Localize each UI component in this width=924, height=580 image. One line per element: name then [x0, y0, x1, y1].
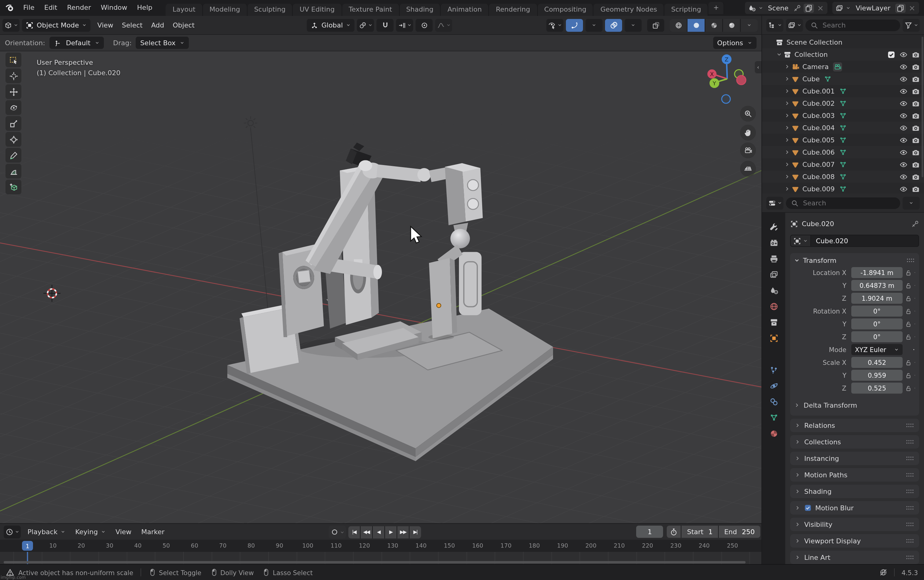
- hide-eye-icon[interactable]: [899, 160, 908, 168]
- timeline-scrollbar[interactable]: [4, 561, 746, 564]
- outliner-row[interactable]: Cube.007: [762, 158, 924, 171]
- disable-render-icon[interactable]: [912, 173, 920, 181]
- timeline-menu-item[interactable]: Playback: [23, 528, 70, 536]
- properties-search[interactable]: [786, 197, 900, 209]
- hide-eye-icon[interactable]: [899, 87, 908, 95]
- breadcrumb-object-name[interactable]: Cube.020: [802, 220, 834, 227]
- current-frame-field[interactable]: 1: [636, 526, 663, 538]
- disable-render-icon[interactable]: [912, 75, 920, 83]
- disclosure-icon[interactable]: [784, 88, 790, 94]
- value-field[interactable]: 0.959: [851, 370, 903, 381]
- transport-button[interactable]: |◀: [348, 526, 360, 538]
- properties-editor-type-button[interactable]: [766, 196, 784, 209]
- viewport-menu-item[interactable]: Select: [118, 21, 147, 29]
- shading-dropdown[interactable]: [741, 19, 758, 31]
- transport-button[interactable]: ◀◀: [361, 526, 372, 538]
- animate-dot-icon[interactable]: [914, 385, 916, 391]
- properties-tab[interactable]: [762, 299, 785, 313]
- value-field[interactable]: 0°: [851, 306, 903, 316]
- outliner-row[interactable]: Cube.002: [762, 97, 924, 109]
- workspace-tab[interactable]: Shading: [399, 4, 441, 16]
- visibility-dropdown[interactable]: [546, 19, 563, 31]
- panel-grip-icon[interactable]: [905, 521, 915, 527]
- animate-dot-icon[interactable]: [914, 282, 916, 288]
- value-field[interactable]: 0.525: [851, 382, 903, 394]
- collapsed-panel[interactable]: Visibility: [790, 517, 919, 531]
- value-field[interactable]: 1.9024 m: [851, 293, 903, 304]
- properties-tab[interactable]: [762, 331, 785, 345]
- panel-grip-icon[interactable]: [905, 439, 915, 445]
- snap-toggle[interactable]: [376, 19, 394, 31]
- properties-tab[interactable]: [762, 283, 785, 298]
- timeline-menu-item[interactable]: Marker: [137, 528, 169, 536]
- hide-eye-icon[interactable]: [899, 136, 908, 144]
- pivot-point-dropdown[interactable]: [357, 19, 374, 31]
- value-field[interactable]: 0.452: [851, 357, 903, 368]
- animate-dot-icon[interactable]: [914, 295, 916, 301]
- tool-button[interactable]: [5, 100, 21, 115]
- exclude-checkbox[interactable]: [887, 50, 895, 58]
- gizmos-toggle[interactable]: [566, 19, 583, 31]
- properties-tab[interactable]: [762, 315, 785, 330]
- outliner-row[interactable]: Scene Collection: [762, 36, 924, 48]
- snap-settings-dropdown[interactable]: [396, 19, 413, 31]
- outliner-scrollbar[interactable]: [922, 37, 923, 177]
- overlays-toggle[interactable]: [605, 19, 622, 31]
- shading-material-button[interactable]: [705, 19, 722, 31]
- shading-rendered-button[interactable]: [723, 19, 740, 31]
- panel-checkbox[interactable]: [804, 504, 812, 512]
- lock-icon[interactable]: [905, 308, 912, 315]
- pan-button[interactable]: [740, 125, 756, 140]
- tool-button[interactable]: [5, 132, 21, 147]
- new-scene-button[interactable]: [804, 3, 814, 13]
- workspace-tab[interactable]: Rendering: [489, 4, 537, 16]
- hide-eye-icon[interactable]: [899, 185, 908, 193]
- orientation-dropdown[interactable]: Default: [49, 37, 104, 49]
- viewport-menu-item[interactable]: Object: [168, 21, 199, 29]
- lock-icon[interactable]: [905, 321, 912, 327]
- add-workspace-button[interactable]: +: [708, 2, 724, 14]
- disable-render-icon[interactable]: [912, 148, 920, 156]
- collapsed-panel[interactable]: Shading: [790, 484, 919, 498]
- menu-item[interactable]: Edit: [40, 0, 63, 16]
- outliner-filter-button[interactable]: [903, 19, 920, 31]
- hide-eye-icon[interactable]: [899, 112, 908, 119]
- properties-tab[interactable]: [762, 410, 785, 425]
- navigation-gizmo[interactable]: Z X Y: [707, 53, 759, 105]
- animate-dot-icon[interactable]: [914, 334, 916, 340]
- value-field[interactable]: 0.64873 m: [851, 280, 903, 291]
- disable-render-icon[interactable]: [912, 99, 920, 107]
- viewport-menu-item[interactable]: Add: [147, 21, 169, 29]
- sidebar-collapse-arrow[interactable]: ‹: [755, 61, 761, 73]
- shading-wireframe-button[interactable]: [670, 19, 687, 31]
- disable-render-icon[interactable]: [912, 87, 920, 95]
- menu-item[interactable]: Help: [132, 0, 157, 16]
- disclosure-icon[interactable]: [784, 161, 790, 168]
- animate-dot-icon[interactable]: [914, 372, 916, 378]
- disclosure-icon[interactable]: [784, 149, 790, 155]
- disclosure-icon[interactable]: [784, 112, 790, 119]
- object-id-dropdown[interactable]: [790, 235, 810, 247]
- lock-icon[interactable]: [905, 372, 912, 379]
- outliner-row[interactable]: Camera: [762, 61, 924, 73]
- outliner-row[interactable]: Cube.001: [762, 85, 924, 97]
- pin-icon[interactable]: [911, 220, 919, 227]
- viewport-menu-item[interactable]: View: [93, 21, 118, 29]
- disclosure-icon[interactable]: [784, 137, 790, 143]
- network-offline-icon[interactable]: [880, 568, 888, 576]
- proportional-editing-toggle[interactable]: [415, 19, 433, 31]
- menu-item[interactable]: File: [18, 0, 40, 16]
- properties-tab[interactable]: [762, 251, 785, 266]
- tool-button[interactable]: [5, 116, 21, 131]
- outliner-row[interactable]: Cube.003: [762, 109, 924, 122]
- transport-button[interactable]: ▶|: [409, 526, 421, 538]
- animate-dot-icon[interactable]: [913, 346, 916, 353]
- viewlayer-selector[interactable]: ViewLayer: [832, 2, 919, 14]
- properties-tab[interactable]: [762, 394, 785, 409]
- end-frame-field[interactable]: End250: [719, 526, 760, 538]
- collapsed-panel[interactable]: Instancing: [790, 451, 919, 465]
- tool-button[interactable]: [5, 180, 21, 194]
- collapsed-panel[interactable]: Collections: [790, 435, 919, 448]
- workspace-tab[interactable]: Compositing: [537, 4, 594, 16]
- disable-render-icon[interactable]: [912, 185, 920, 193]
